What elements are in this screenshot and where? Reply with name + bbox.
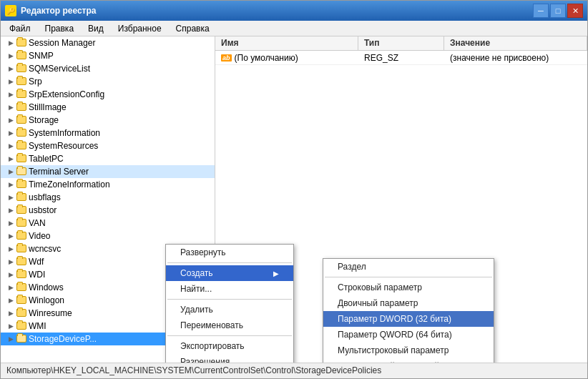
expand-icon: ▶ bbox=[6, 129, 15, 137]
column-header: Имя Тип Значение bbox=[215, 36, 587, 51]
ctx-expand[interactable]: Развернуть bbox=[166, 245, 293, 260]
ctx-sub-expandstring-param[interactable]: Расширяемый строковый параметр bbox=[323, 358, 494, 363]
tree-item-tabletpc[interactable]: ▶ TabletPC bbox=[1, 152, 215, 165]
expand-icon: ▶ bbox=[6, 296, 15, 305]
expand-icon: ▶ bbox=[6, 270, 15, 279]
expand-icon: ▶ bbox=[6, 245, 15, 253]
ctx-sub-separator bbox=[325, 277, 492, 277]
ctx-separator-3 bbox=[167, 335, 292, 336]
expand-icon: ▶ bbox=[6, 180, 15, 189]
title-bar-controls: ─ □ ✕ bbox=[533, 4, 583, 18]
tree-item-srp[interactable]: ▶ Srp bbox=[1, 75, 215, 88]
tree-item-stillimage[interactable]: ▶ StillImage bbox=[1, 101, 215, 114]
expand-icon: ▶ bbox=[6, 283, 15, 292]
tree-item-usbstor[interactable]: ▶ usbstor bbox=[1, 204, 215, 217]
ctx-sub-binary-param[interactable]: Двоичный параметр bbox=[323, 295, 494, 311]
app-icon: 🔑 bbox=[5, 5, 16, 16]
tree-item-video[interactable]: ▶ Video bbox=[1, 230, 215, 242]
expand-icon: ▶ bbox=[6, 116, 15, 124]
ctx-find[interactable]: Найти... bbox=[166, 281, 293, 297]
expand-icon: ▶ bbox=[6, 232, 15, 240]
col-header-name: Имя bbox=[215, 36, 358, 50]
col-header-type: Тип bbox=[358, 36, 444, 50]
main-window: 🔑 Редактор реестра ─ □ ✕ Файл Правка Вид… bbox=[0, 0, 588, 379]
expand-icon: ▶ bbox=[6, 309, 15, 318]
close-button[interactable]: ✕ bbox=[567, 4, 583, 18]
expand-icon: ▶ bbox=[6, 90, 15, 99]
tree-item-session-manager[interactable]: ▶ Session Manager bbox=[1, 36, 215, 49]
ctx-sub-dword-param[interactable]: Параметр DWORD (32 бита) bbox=[323, 311, 494, 327]
menu-favorites[interactable]: Избранное bbox=[112, 22, 167, 35]
ctx-sub-qword-param[interactable]: Параметр QWORD (64 бита) bbox=[323, 327, 494, 343]
reg-entry-name: ab (По умолчанию) bbox=[215, 53, 358, 63]
expand-icon: ▶ bbox=[6, 142, 15, 150]
ctx-separator-2 bbox=[167, 299, 292, 300]
ctx-sub-string-param[interactable]: Строковый параметр bbox=[323, 280, 494, 295]
ctx-create[interactable]: Создать ▶ bbox=[166, 265, 293, 281]
main-content: ▶ Session Manager ▶ SNMP ▶ SQMServiceLis… bbox=[1, 36, 587, 363]
menu-file[interactable]: Файл bbox=[4, 22, 36, 35]
tree-item-srpextensionconfig[interactable]: ▶ SrpExtensionConfig bbox=[1, 88, 215, 101]
expand-icon: ▶ bbox=[6, 39, 15, 47]
ctx-export[interactable]: Экспортировать bbox=[166, 338, 293, 354]
registry-row-default[interactable]: ab (По умолчанию) REG_SZ (значение не пр… bbox=[215, 51, 587, 65]
minimize-button[interactable]: ─ bbox=[533, 4, 549, 18]
menu-view[interactable]: Вид bbox=[82, 22, 109, 35]
expand-icon: ▶ bbox=[6, 219, 15, 227]
tree-item-timezoneinformation[interactable]: ▶ TimeZoneInformation bbox=[1, 178, 215, 191]
ctx-separator-1 bbox=[167, 262, 292, 263]
context-menu-primary: Развернуть Создать ▶ Найти... Удалить Пе… bbox=[165, 244, 294, 363]
menu-help[interactable]: Справка bbox=[170, 22, 215, 35]
ctx-delete[interactable]: Удалить bbox=[166, 302, 293, 318]
col-header-value: Значение bbox=[444, 36, 587, 50]
menu-bar: Файл Правка Вид Избранное Справка bbox=[1, 21, 587, 36]
reg-entry-value: (значение не присвоено) bbox=[444, 53, 587, 63]
expand-icon: ▶ bbox=[6, 154, 15, 163]
tree-item-van[interactable]: ▶ VAN bbox=[1, 217, 215, 230]
tree-item-storage[interactable]: ▶ Storage bbox=[1, 114, 215, 127]
ab-icon: ab bbox=[221, 54, 232, 61]
context-submenu: Раздел Строковый параметр Двоичный парам… bbox=[323, 258, 494, 363]
menu-edit[interactable]: Правка bbox=[39, 22, 80, 35]
tree-item-snmp[interactable]: ▶ SNMP bbox=[1, 49, 215, 62]
tree-item-sqmservicelist[interactable]: ▶ SQMServiceList bbox=[1, 62, 215, 75]
expand-icon: ▶ bbox=[6, 206, 15, 215]
tree-item-systemresources[interactable]: ▶ SystemResources bbox=[1, 139, 215, 152]
expand-icon: ▶ bbox=[6, 51, 15, 60]
title-bar-left: 🔑 Редактор реестра bbox=[5, 5, 96, 16]
expand-icon: ▶ bbox=[6, 77, 15, 86]
window-title: Редактор реестра bbox=[21, 6, 96, 16]
tree-item-terminal-server[interactable]: ▶ Terminal Server bbox=[1, 165, 215, 178]
expand-icon: ▶ bbox=[6, 322, 15, 330]
status-bar: Компьютер\HKEY_LOCAL_MACHINE\SYSTEM\Curr… bbox=[1, 363, 587, 378]
tree-item-usbflags[interactable]: ▶ usbflags bbox=[1, 191, 215, 204]
expand-icon: ▶ bbox=[6, 335, 15, 343]
tree-item-systeminformation[interactable]: ▶ SystemInformation bbox=[1, 127, 215, 139]
expand-icon: ▶ bbox=[6, 103, 15, 112]
maximize-button[interactable]: □ bbox=[550, 4, 566, 18]
expand-icon: ▶ bbox=[6, 167, 15, 176]
expand-icon: ▶ bbox=[6, 193, 15, 202]
expand-icon: ▶ bbox=[6, 64, 15, 73]
ctx-permissions[interactable]: Разрешения... bbox=[166, 354, 293, 363]
ctx-sub-multistring-param[interactable]: Мультистроковый параметр bbox=[323, 343, 494, 358]
submenu-arrow-icon: ▶ bbox=[273, 270, 279, 277]
reg-entry-type: REG_SZ bbox=[358, 53, 444, 63]
ctx-rename[interactable]: Переименовать bbox=[166, 318, 293, 333]
title-bar: 🔑 Редактор реестра ─ □ ✕ bbox=[1, 1, 587, 21]
expand-icon: ▶ bbox=[6, 257, 15, 266]
ctx-sub-section[interactable]: Раздел bbox=[323, 259, 494, 275]
